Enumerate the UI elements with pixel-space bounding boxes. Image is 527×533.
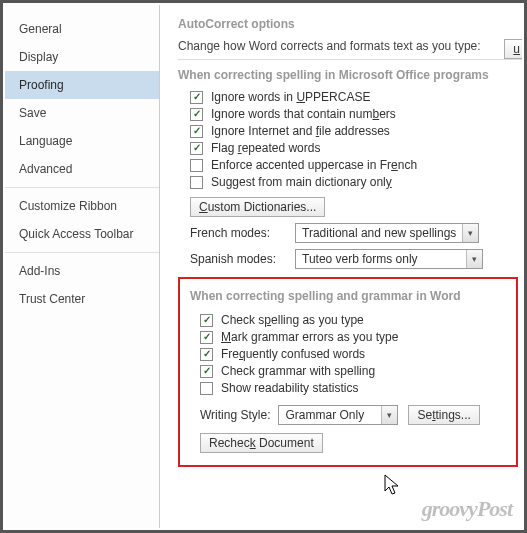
- checkbox[interactable]: [190, 142, 203, 155]
- checkbox[interactable]: [200, 365, 213, 378]
- option-label: Check grammar with spelling: [221, 364, 375, 378]
- custom-dictionaries-button[interactable]: Custom Dictionaries...: [190, 197, 325, 217]
- checkbox[interactable]: [200, 382, 213, 395]
- chevron-down-icon: ▾: [462, 224, 478, 242]
- sidebar-item-trust-center[interactable]: Trust Center: [5, 285, 159, 313]
- option-label: Ignore Internet and file addresses: [211, 124, 390, 138]
- spanish-modes-select[interactable]: Tuteo verb forms only▾: [295, 249, 483, 269]
- option-label: Check spelling as you type: [221, 313, 364, 327]
- grammar-section-highlight: When correcting spelling and grammar in …: [178, 277, 518, 467]
- option-label: Frequently confused words: [221, 347, 365, 361]
- option-flag[interactable]: Flag repeated words: [190, 141, 522, 155]
- option-label: Suggest from main dictionary only: [211, 175, 392, 189]
- checkbox[interactable]: [190, 159, 203, 172]
- divider: [178, 59, 522, 60]
- autocorrect-heading: AutoCorrect options: [178, 17, 522, 31]
- checkbox[interactable]: [190, 176, 203, 189]
- options-sidebar: GeneralDisplayProofingSaveLanguageAdvanc…: [5, 5, 160, 528]
- option-numbers[interactable]: Ignore words that contain numbers: [190, 107, 522, 121]
- spanish-modes-label: Spanish modes:: [190, 252, 295, 266]
- option-label: Flag repeated words: [211, 141, 320, 155]
- checkbox[interactable]: [190, 91, 203, 104]
- settings-button[interactable]: Settings...: [408, 405, 479, 425]
- sidebar-item-advanced[interactable]: Advanced: [5, 155, 159, 183]
- sidebar-item-save[interactable]: Save: [5, 99, 159, 127]
- sidebar-item-display[interactable]: Display: [5, 43, 159, 71]
- option-label: Mark grammar errors as you type: [221, 330, 398, 344]
- options-main-panel: AutoCorrect options Change how Word corr…: [160, 5, 522, 528]
- option-label: Ignore words in UPPERCASE: [211, 90, 370, 104]
- option-label: Enforce accented uppercase in French: [211, 158, 417, 172]
- option-uppercase[interactable]: Ignore words in UPPERCASE: [190, 90, 522, 104]
- autocorrect-desc: Change how Word corrects and formats tex…: [178, 39, 522, 53]
- sidebar-item-proofing[interactable]: Proofing: [5, 71, 159, 99]
- sidebar-item-customize-ribbon[interactable]: Customize Ribbon: [5, 192, 159, 220]
- autocorrect-options-button[interactable]: u: [504, 39, 522, 59]
- writing-style-label: Writing Style:: [200, 408, 270, 422]
- sidebar-item-quick-access-toolbar[interactable]: Quick Access Toolbar: [5, 220, 159, 248]
- french-modes-label: French modes:: [190, 226, 295, 240]
- option-grammar[interactable]: Mark grammar errors as you type: [200, 330, 506, 344]
- writing-style-select[interactable]: Grammar Only▾: [278, 405, 398, 425]
- chevron-down-icon: ▾: [466, 250, 482, 268]
- french-modes-select[interactable]: Traditional and new spellings▾: [295, 223, 479, 243]
- checkbox[interactable]: [190, 125, 203, 138]
- word-grammar-heading: When correcting spelling and grammar in …: [190, 289, 506, 303]
- recheck-document-button[interactable]: Recheck Document: [200, 433, 323, 453]
- checkbox[interactable]: [200, 348, 213, 361]
- mouse-cursor-icon: [384, 474, 402, 498]
- option-label: Show readability statistics: [221, 381, 358, 395]
- office-heading: When correcting spelling in Microsoft Of…: [178, 68, 522, 82]
- option-label: Ignore words that contain numbers: [211, 107, 396, 121]
- chevron-down-icon: ▾: [381, 406, 397, 424]
- option-main[interactable]: Suggest from main dictionary only: [190, 175, 522, 189]
- sidebar-item-language[interactable]: Language: [5, 127, 159, 155]
- checkbox[interactable]: [200, 331, 213, 344]
- checkbox[interactable]: [190, 108, 203, 121]
- option-withspell[interactable]: Check grammar with spelling: [200, 364, 506, 378]
- option-french[interactable]: Enforce accented uppercase in French: [190, 158, 522, 172]
- watermark: groovyPost: [422, 496, 512, 522]
- sidebar-item-general[interactable]: General: [5, 15, 159, 43]
- checkbox[interactable]: [200, 314, 213, 327]
- option-spell[interactable]: Check spelling as you type: [200, 313, 506, 327]
- option-readability[interactable]: Show readability statistics: [200, 381, 506, 395]
- option-internet[interactable]: Ignore Internet and file addresses: [190, 124, 522, 138]
- option-confused[interactable]: Frequently confused words: [200, 347, 506, 361]
- sidebar-item-add-ins[interactable]: Add-Ins: [5, 257, 159, 285]
- sidebar-divider: [5, 252, 159, 253]
- sidebar-divider: [5, 187, 159, 188]
